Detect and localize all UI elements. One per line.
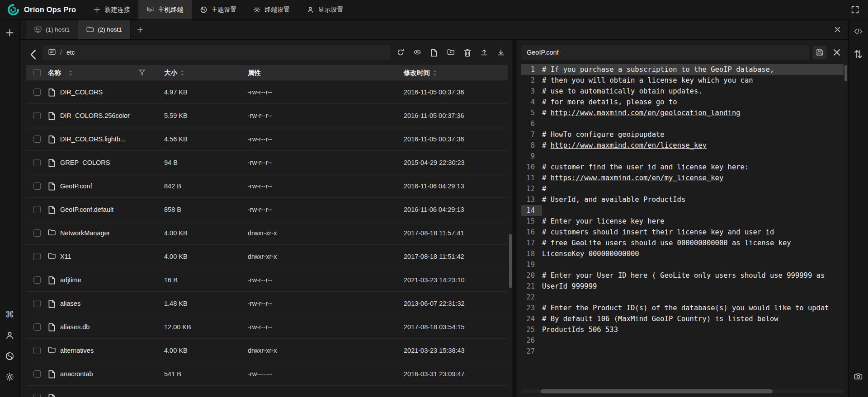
- sort-modified-icon[interactable]: [433, 70, 437, 76]
- shortcuts-button[interactable]: ⌘: [3, 308, 17, 321]
- close-tabs-button[interactable]: [830, 23, 844, 37]
- editor-line[interactable]: 21UserId 999999: [521, 281, 844, 292]
- swap-vertical-button[interactable]: [852, 47, 865, 60]
- editor-line[interactable]: 15# Enter your license key here: [521, 216, 844, 227]
- row-checkbox[interactable]: [33, 347, 41, 354]
- file-row[interactable]: alternatives4.00 KBdrwxr-xr-x2021-03-23 …: [26, 339, 508, 362]
- editor-line[interactable]: 24# By default 106 (MaxMind GeoIP Countr…: [521, 313, 844, 324]
- tab-1[interactable]: (1) host1: [26, 20, 78, 39]
- column-modified-label[interactable]: 修改时间: [404, 69, 430, 77]
- refresh-button[interactable]: [394, 46, 407, 59]
- file-row[interactable]: GeoIP.conf.default858 B-rw-r--r--2016-11…: [26, 198, 508, 221]
- row-checkbox[interactable]: [33, 370, 41, 378]
- code-panel-button[interactable]: [852, 26, 865, 39]
- editor-line[interactable]: 4# for more details, please go to: [521, 97, 844, 107]
- row-checkbox[interactable]: [33, 159, 41, 166]
- tab-2[interactable]: (2) host1: [78, 20, 130, 39]
- row-checkbox[interactable]: [33, 112, 41, 119]
- row-checkbox[interactable]: [33, 89, 41, 96]
- settings-button[interactable]: [3, 370, 17, 383]
- breadcrumb[interactable]: / etc: [43, 45, 391, 60]
- editor-line[interactable]: 25ProductIds 506 533: [521, 324, 844, 335]
- users-button[interactable]: [3, 328, 17, 342]
- file-row[interactable]: adjtime16 B-rw-r--r--2021-03-23 14:23:10: [26, 268, 508, 292]
- save-button[interactable]: [813, 46, 826, 59]
- editor-code-area[interactable]: 1# If you purchase a subscription to the…: [521, 64, 844, 397]
- editor-line[interactable]: 27: [521, 346, 844, 357]
- download-button[interactable]: [494, 46, 508, 59]
- file-row[interactable]: DIR_COLORS.lightb...4.56 KB-rw-r--r--201…: [26, 127, 508, 151]
- editor-line[interactable]: 9: [521, 151, 844, 162]
- file-row[interactable]: aliases1.48 KB-rw-r--r--2013-06-07 22:31…: [26, 292, 508, 315]
- editor-line[interactable]: 26: [521, 335, 844, 346]
- screenshot-button[interactable]: [852, 370, 865, 383]
- file-row[interactable]: GeoIP.conf842 B-rw-r--r--2016-11-06 04:2…: [26, 174, 508, 198]
- editor-line[interactable]: 2# then you will obtain a license key wh…: [521, 75, 844, 86]
- editor-line[interactable]: 12#: [521, 183, 844, 194]
- editor-line[interactable]: 18LicenseKey 000000000000: [521, 248, 844, 259]
- editor-line[interactable]: 17# free GeoLite users should use 000000…: [521, 238, 844, 248]
- file-row[interactable]: X114.00 KBdrwxr-xr-x2017-08-18 11:51:42: [26, 245, 508, 268]
- menu-item-1[interactable]: 新建连接: [85, 0, 138, 19]
- editor-line[interactable]: 14: [521, 205, 844, 216]
- new-connection-button[interactable]: [3, 26, 17, 39]
- row-checkbox[interactable]: [33, 206, 41, 213]
- fullscreen-button[interactable]: [847, 2, 863, 18]
- add-tab-button[interactable]: [131, 20, 150, 39]
- editor-line[interactable]: 10# customer find the user_id and licens…: [521, 162, 844, 173]
- new-folder-button[interactable]: [444, 46, 458, 59]
- menu-item-2[interactable]: 主机终端: [138, 0, 192, 19]
- file-row[interactable]: aliases.db12.00 KB-rw-r--r--2017-08-18 0…: [26, 315, 508, 339]
- menu-item-3[interactable]: 主题设置: [192, 0, 245, 19]
- editor-horizontal-scrollbar[interactable]: [541, 389, 773, 393]
- editor-line[interactable]: 16# customers should insert their licens…: [521, 227, 844, 238]
- file-row[interactable]: anacrontab541 B-rw-------2016-03-31 23:0…: [26, 362, 508, 386]
- file-row[interactable]: GREP_COLORS94 B-rw-r--r--2015-04-29 22:3…: [26, 151, 508, 174]
- editor-close-button[interactable]: [830, 46, 844, 59]
- row-checkbox[interactable]: [33, 394, 41, 397]
- file-list-scrollbar[interactable]: [509, 234, 512, 288]
- row-checkbox[interactable]: [33, 135, 41, 143]
- editor-line[interactable]: 22: [521, 292, 844, 303]
- select-all-checkbox[interactable]: [33, 69, 41, 76]
- breadcrumb-segment[interactable]: etc: [66, 49, 75, 56]
- row-checkbox[interactable]: [33, 276, 41, 284]
- editor-line[interactable]: 13# UserId, and available ProductIds: [521, 194, 844, 205]
- editor-vertical-scrollbar[interactable]: [844, 65, 847, 81]
- editor-link[interactable]: http://www.maxmind.com/en/license_key: [551, 141, 707, 149]
- file-row-partial[interactable]: [26, 386, 508, 397]
- row-checkbox[interactable]: [33, 300, 41, 307]
- delete-button[interactable]: [461, 46, 474, 59]
- editor-line[interactable]: 5# http://www.maxmind.com/en/geolocation…: [521, 107, 844, 118]
- file-row[interactable]: DIR_COLORS4.97 KB-rw-r--r--2016-11-05 00…: [26, 80, 508, 104]
- new-file-button[interactable]: [427, 46, 441, 59]
- file-row[interactable]: DIR_COLORS.256color5.59 KB-rw-r--r--2016…: [26, 104, 508, 127]
- editor-link[interactable]: http://www.maxmind.com/en/geolocation_la…: [551, 109, 741, 117]
- editor-line[interactable]: 23# Enter the Product ID(s) of the datab…: [521, 303, 844, 313]
- editor-filename[interactable]: GeoIP.conf: [521, 45, 809, 60]
- row-checkbox[interactable]: [33, 182, 41, 190]
- sort-name-icon[interactable]: [69, 70, 72, 76]
- row-checkbox[interactable]: [33, 323, 41, 331]
- upload-button[interactable]: [477, 46, 491, 59]
- editor-line[interactable]: 19: [521, 259, 844, 270]
- menu-item-4[interactable]: 终端设置: [245, 0, 298, 19]
- row-checkbox[interactable]: [33, 253, 41, 260]
- sort-size-icon[interactable]: [180, 70, 184, 76]
- editor-line[interactable]: 11# https://www.maxmind.com/en/my_licens…: [521, 173, 844, 183]
- editor-line[interactable]: 8# http://www.maxmind.com/en/license_key: [521, 140, 844, 151]
- menu-item-5[interactable]: 显示设置: [298, 0, 352, 19]
- column-size-label[interactable]: 大小: [164, 69, 177, 77]
- editor-line[interactable]: 1# If you purchase a subscription to the…: [521, 64, 844, 75]
- editor-line[interactable]: 3# use to automatically obtain updates.: [521, 86, 844, 97]
- preview-button[interactable]: [410, 46, 424, 59]
- editor-line[interactable]: 7# HowTo configure geoipupdate: [521, 129, 844, 140]
- editor-link[interactable]: https://www.maxmind.com/en/my_license_ke…: [551, 174, 724, 182]
- editor-line[interactable]: 20# Enter your User ID here ( GeoLite on…: [521, 270, 844, 281]
- column-name-label[interactable]: 名称: [48, 69, 61, 77]
- filter-icon[interactable]: [139, 70, 145, 76]
- file-row[interactable]: NetworkManager4.00 KBdrwxr-xr-x2017-08-1…: [26, 221, 508, 245]
- theme-button[interactable]: [3, 349, 17, 363]
- editor-line[interactable]: 6: [521, 118, 844, 129]
- back-button[interactable]: [26, 46, 40, 59]
